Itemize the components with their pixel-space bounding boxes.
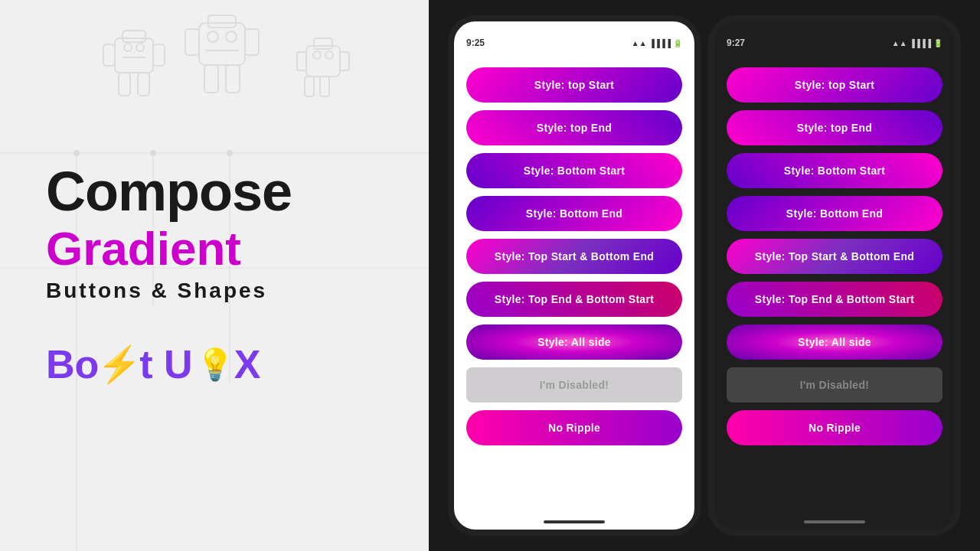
svg-rect-18 bbox=[306, 46, 340, 77]
title-sub: Buttons & Shapes bbox=[46, 279, 383, 303]
button-style--top-end[interactable]: Style: top End bbox=[727, 110, 942, 145]
logo-space bbox=[153, 341, 164, 387]
phone2-home-indicator bbox=[804, 520, 865, 523]
button-style--top-start[interactable]: Style: top Start bbox=[466, 67, 682, 103]
logo-t: t bbox=[139, 341, 152, 387]
logo-u: U bbox=[164, 341, 193, 387]
button-i-m-disabled-[interactable]: I'm Disabled! bbox=[466, 367, 682, 403]
wifi-icon: ▲▲ bbox=[632, 39, 647, 47]
svg-point-30 bbox=[74, 150, 80, 156]
button-style--top-start---bottom-end[interactable]: Style: Top Start & Bottom End bbox=[466, 239, 682, 274]
signal-icon: ▐▐▐▐ bbox=[649, 39, 671, 47]
button-style--top-end[interactable]: Style: top End bbox=[466, 110, 682, 145]
logo-b: B bbox=[46, 341, 75, 387]
svg-rect-11 bbox=[185, 29, 199, 55]
svg-point-6 bbox=[124, 44, 132, 51]
svg-point-16 bbox=[226, 31, 237, 42]
phone1-time: 9:25 bbox=[466, 37, 485, 48]
left-content: Compose Gradient Buttons & Shapes B o ⚡ … bbox=[46, 164, 383, 387]
svg-rect-2 bbox=[103, 44, 115, 66]
svg-point-7 bbox=[136, 44, 144, 51]
svg-point-15 bbox=[207, 31, 218, 42]
svg-rect-0 bbox=[115, 38, 153, 73]
battery-icon2: 🔋 bbox=[933, 39, 942, 47]
phone2-content: Style: top StartStyle: top EndStyle: Bot… bbox=[714, 61, 955, 452]
left-panel: Compose Gradient Buttons & Shapes B o ⚡ … bbox=[0, 0, 429, 551]
svg-rect-9 bbox=[199, 23, 245, 65]
button-style--top-start[interactable]: Style: top Start bbox=[727, 67, 942, 103]
phone2-status-icons: ▲▲ ▐▐▐▐ 🔋 bbox=[892, 39, 942, 47]
button-style--all-side[interactable]: Style: All side bbox=[466, 324, 682, 360]
button-style--bottom-end[interactable]: Style: Bottom End bbox=[466, 196, 682, 231]
signal-icon2: ▐▐▐▐ bbox=[910, 39, 931, 47]
svg-rect-1 bbox=[122, 31, 145, 42]
bulb-icon: 💡 bbox=[196, 347, 234, 383]
svg-point-31 bbox=[150, 150, 156, 156]
phone1-content: Style: top StartStyle: top EndStyle: Bot… bbox=[454, 61, 694, 452]
svg-rect-14 bbox=[226, 65, 240, 93]
lightning-icon: ⚡ bbox=[97, 344, 141, 385]
button-no-ripple[interactable]: No Ripple bbox=[466, 410, 682, 445]
phone2-status-bar: 9:27 ▲▲ ▐▐▐▐ 🔋 bbox=[714, 21, 955, 61]
title-gradient: Gradient bbox=[46, 225, 383, 272]
phone1-status-bar: 9:25 ▲▲ ▐▐▐▐ 🔋 bbox=[454, 21, 694, 61]
svg-rect-21 bbox=[340, 52, 349, 70]
title-compose: Compose bbox=[46, 164, 383, 219]
button-style--top-end---bottom-start[interactable]: Style: Top End & Bottom Start bbox=[466, 282, 682, 317]
phone1-home-indicator bbox=[544, 520, 605, 523]
battery-icon: 🔋 bbox=[673, 39, 682, 47]
svg-rect-22 bbox=[305, 77, 314, 96]
svg-point-24 bbox=[313, 51, 321, 59]
phone2-time: 9:27 bbox=[727, 37, 745, 48]
svg-rect-13 bbox=[204, 65, 218, 93]
svg-rect-4 bbox=[119, 73, 130, 96]
button-style--top-start---bottom-end[interactable]: Style: Top Start & Bottom End bbox=[727, 239, 942, 274]
button-style--bottom-end[interactable]: Style: Bottom End bbox=[727, 196, 942, 231]
logo-x: X bbox=[234, 341, 261, 387]
button-no-ripple[interactable]: No Ripple bbox=[727, 410, 942, 445]
wifi-icon2: ▲▲ bbox=[892, 39, 907, 47]
button-style--top-end---bottom-start[interactable]: Style: Top End & Bottom Start bbox=[727, 282, 942, 317]
svg-rect-12 bbox=[245, 29, 259, 55]
svg-rect-23 bbox=[320, 77, 329, 96]
button-i-m-disabled-[interactable]: I'm Disabled! bbox=[727, 367, 942, 403]
svg-rect-5 bbox=[138, 73, 149, 96]
phone-light: 9:25 ▲▲ ▐▐▐▐ 🔋 Style: top StartStyle: to… bbox=[448, 15, 701, 536]
svg-rect-20 bbox=[297, 52, 306, 70]
phone-dark: 9:27 ▲▲ ▐▐▐▐ 🔋 Style: top StartStyle: to… bbox=[708, 15, 961, 536]
svg-rect-19 bbox=[314, 38, 332, 49]
button-style--bottom-start[interactable]: Style: Bottom Start bbox=[466, 153, 682, 188]
phone1-status-icons: ▲▲ ▐▐▐▐ 🔋 bbox=[632, 39, 682, 47]
button-style--all-side[interactable]: Style: All side bbox=[727, 324, 942, 360]
phones-area: 9:25 ▲▲ ▐▐▐▐ 🔋 Style: top StartStyle: to… bbox=[429, 0, 980, 551]
svg-rect-10 bbox=[208, 15, 236, 28]
svg-rect-3 bbox=[153, 44, 165, 66]
svg-point-32 bbox=[227, 150, 233, 156]
logo-o: o bbox=[75, 341, 100, 387]
button-style--bottom-start[interactable]: Style: Bottom Start bbox=[727, 153, 942, 188]
svg-point-25 bbox=[325, 51, 333, 59]
logo-area: B o ⚡ t U 💡 X bbox=[46, 341, 383, 387]
